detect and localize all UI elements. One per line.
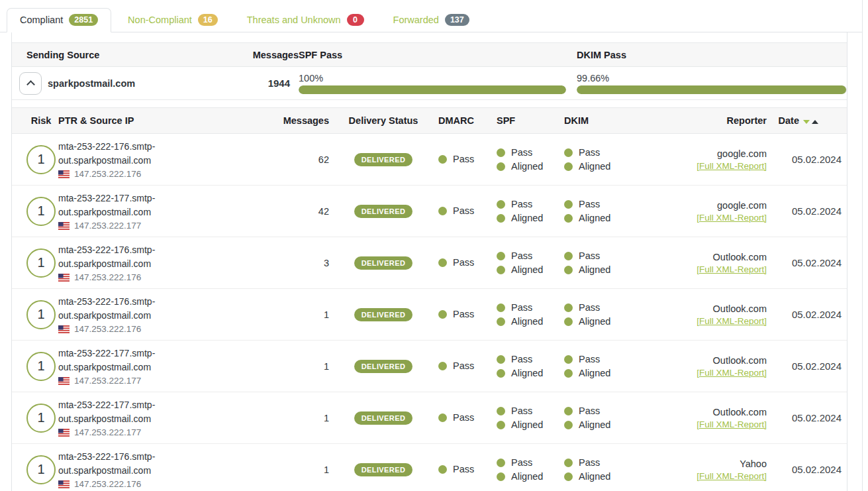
- spf-result: Pass: [511, 197, 532, 211]
- sort-desc-icon[interactable]: [803, 120, 810, 124]
- spf-alignment: Aligned: [511, 366, 543, 380]
- messages-count: 1: [191, 413, 329, 423]
- reporter-name: Outlook.com: [644, 407, 767, 417]
- pass-dot-icon: [497, 472, 505, 481]
- spf-alignment: Aligned: [511, 263, 543, 277]
- full-xml-report-link[interactable]: [Full XML-Report]: [697, 316, 767, 326]
- risk-score-badge: 1: [26, 145, 56, 174]
- risk-score-badge: 1: [26, 404, 56, 433]
- spf-result: Pass: [511, 456, 532, 470]
- reporter-name: Outlook.com: [644, 252, 767, 262]
- scrollbar-track[interactable]: [862, 0, 868, 491]
- pass-dot-icon: [497, 162, 505, 171]
- tab-non-compliant[interactable]: Non-Compliant 16: [115, 9, 230, 32]
- full-xml-report-link[interactable]: [Full XML-Report]: [697, 213, 767, 223]
- count-badge: 16: [198, 14, 218, 26]
- source-ip: 147.253.222.176: [74, 169, 141, 179]
- dkim-alignment: Aligned: [579, 160, 610, 174]
- pass-dot-icon: [497, 369, 505, 378]
- report-date: 05.02.2024: [792, 464, 842, 475]
- delivery-status-badge: DELIVERED: [354, 360, 413, 373]
- col-header-spf: SPF: [497, 115, 564, 126]
- report-date: 05.02.2024: [792, 412, 842, 423]
- pass-dot-icon: [564, 214, 573, 223]
- pass-dot-icon: [564, 355, 573, 364]
- dkim-result: Pass: [579, 249, 600, 263]
- dkim-alignment: Aligned: [579, 211, 610, 225]
- dkim-result: Pass: [579, 301, 600, 315]
- count-badge: 2851: [69, 14, 98, 26]
- messages-count: 1: [191, 464, 329, 475]
- col-header-messages: Messages: [253, 50, 299, 60]
- pass-dot-icon: [438, 207, 447, 215]
- full-xml-report-link[interactable]: [Full XML-Report]: [697, 264, 767, 274]
- pass-dot-icon: [564, 369, 573, 378]
- ptr-hostname: mta-253-222-176.smtp-out.sparkpostmail.c…: [58, 140, 191, 168]
- spf-pass-percent: 100%: [299, 73, 566, 83]
- delivery-status-badge: DELIVERED: [354, 463, 413, 476]
- col-header-sending-source: Sending Source Messages: [12, 50, 299, 60]
- source-ip: 147.253.222.176: [74, 324, 141, 334]
- us-flag-icon: [58, 480, 70, 488]
- source-table-header: Sending Source Messages SPF Pass DKIM Pa…: [12, 42, 847, 67]
- sort-asc-icon[interactable]: [812, 120, 818, 124]
- pass-dot-icon: [564, 317, 573, 326]
- collapse-source-button[interactable]: [19, 72, 42, 95]
- col-header-spf-pass: SPF Pass: [299, 50, 577, 60]
- count-badge: 137: [445, 14, 469, 26]
- tab-compliant[interactable]: Compliant 2851: [7, 8, 111, 32]
- table-row: 1 mta-253-222-177.smtp-out.sparkpostmail…: [12, 186, 847, 237]
- us-flag-icon: [58, 222, 70, 230]
- pass-dot-icon: [497, 407, 505, 415]
- source-ip: 147.253.222.177: [74, 221, 141, 231]
- us-flag-icon: [58, 325, 70, 333]
- tab-label: Non-Compliant: [128, 15, 192, 25]
- dmarc-result: Pass: [453, 463, 474, 476]
- col-header-risk: Risk: [26, 115, 56, 126]
- messages-count: 3: [191, 258, 329, 268]
- source-ip: 147.253.222.176: [74, 272, 141, 282]
- col-header-date[interactable]: Date: [767, 115, 847, 126]
- risk-score-badge: 1: [26, 300, 56, 329]
- chevron-up-icon: [26, 80, 35, 89]
- tab-threats-and-unknown[interactable]: Threats and Unknown 0: [234, 9, 377, 32]
- sending-source-domain: sparkpostmail.com: [48, 78, 190, 89]
- full-xml-report-link[interactable]: [Full XML-Report]: [697, 368, 767, 378]
- spf-result: Pass: [511, 146, 532, 160]
- reporter-name: Yahoo: [644, 459, 767, 469]
- table-row: 1 mta-253-222-177.smtp-out.sparkpostmail…: [12, 341, 847, 392]
- full-xml-report-link[interactable]: [Full XML-Report]: [697, 419, 767, 429]
- pass-dot-icon: [564, 200, 573, 209]
- col-header-delivery-status: Delivery Status: [340, 115, 427, 126]
- count-badge: 0: [347, 14, 364, 26]
- dmarc-result: Pass: [453, 411, 474, 425]
- ptr-hostname: mta-253-222-176.smtp-out.sparkpostmail.c…: [58, 295, 191, 323]
- full-xml-report-link[interactable]: [Full XML-Report]: [697, 161, 767, 171]
- messages-count: 62: [191, 154, 329, 165]
- delivery-status-badge: DELIVERED: [354, 205, 413, 218]
- us-flag-icon: [58, 377, 70, 385]
- report-date: 05.02.2024: [792, 360, 842, 372]
- report-tabs: Compliant 2851 Non-Compliant 16 Threats …: [0, 0, 868, 32]
- pass-dot-icon: [564, 266, 573, 274]
- spf-alignment: Aligned: [511, 315, 543, 329]
- full-xml-report-link[interactable]: [Full XML-Report]: [697, 471, 767, 481]
- pass-dot-icon: [564, 459, 573, 467]
- tab-forwarded[interactable]: Forwarded 137: [381, 9, 482, 32]
- spf-result: Pass: [511, 249, 532, 263]
- pass-dot-icon: [497, 266, 505, 274]
- delivery-status-badge: DELIVERED: [354, 411, 413, 425]
- pass-dot-icon: [497, 421, 505, 429]
- dkim-pass-bar-fill: [577, 85, 846, 94]
- pass-dot-icon: [438, 413, 447, 422]
- spf-result: Pass: [511, 353, 532, 366]
- reporter-name: google.com: [644, 200, 767, 211]
- dmarc-result: Pass: [453, 256, 474, 270]
- report-date: 05.02.2024: [792, 205, 842, 217]
- dkim-alignment: Aligned: [579, 315, 610, 329]
- dmarc-result: Pass: [453, 152, 474, 166]
- dkim-result: Pass: [579, 197, 600, 211]
- pass-dot-icon: [438, 155, 447, 164]
- spf-result: Pass: [511, 404, 532, 418]
- table-row: 1 mta-253-222-176.smtp-out.sparkpostmail…: [12, 134, 847, 186]
